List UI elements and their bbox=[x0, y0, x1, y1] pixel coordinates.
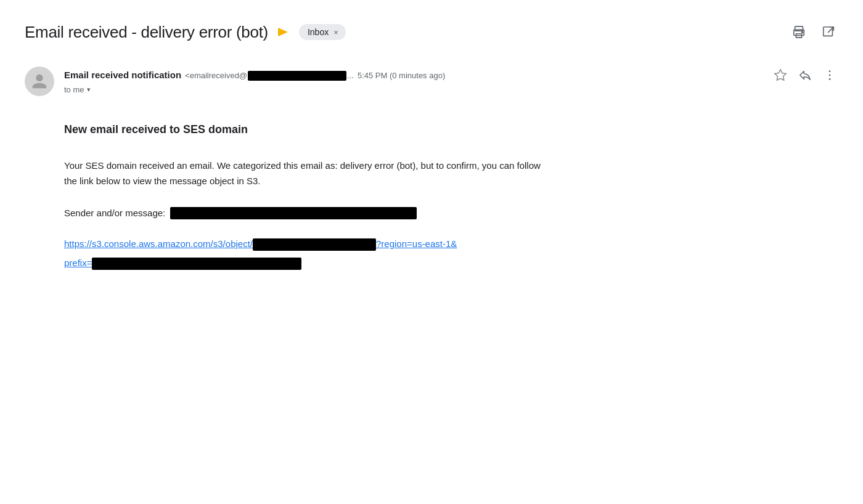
header-actions bbox=[789, 22, 838, 42]
more-options-button[interactable] bbox=[821, 67, 838, 84]
sender-name: Email received notification bbox=[64, 70, 181, 80]
reply-icon bbox=[798, 68, 812, 82]
inbox-badge[interactable]: Inbox × bbox=[299, 24, 346, 40]
star-button[interactable] bbox=[772, 67, 789, 84]
aws-s3-prefix-link[interactable]: prefix= bbox=[64, 258, 301, 268]
svg-point-4 bbox=[802, 32, 803, 33]
email-timestamp: 5:45 PM (0 minutes ago) bbox=[358, 71, 445, 80]
to-me-label: to me bbox=[64, 85, 84, 94]
sender-label: Sender and/or message: bbox=[64, 206, 165, 221]
redacted-prefix-value bbox=[92, 258, 301, 270]
aws-s3-link[interactable]: https://s3.console.aws.amazon.com/s3/obj… bbox=[64, 238, 457, 249]
forward-arrow-icon bbox=[277, 25, 290, 39]
sender-info: Email received notification <emailreceiv… bbox=[64, 67, 838, 94]
svg-point-12 bbox=[829, 78, 831, 80]
sender-name-row: Email received notification <emailreceiv… bbox=[64, 67, 838, 84]
email-body-paragraph: Your SES domain received an email. We ca… bbox=[64, 158, 555, 189]
person-icon bbox=[31, 73, 48, 90]
svg-point-10 bbox=[829, 70, 831, 72]
aws-link-block: https://s3.console.aws.amazon.com/s3/obj… bbox=[64, 235, 555, 271]
svg-marker-9 bbox=[775, 70, 786, 80]
svg-marker-0 bbox=[278, 28, 288, 36]
print-icon bbox=[792, 25, 806, 39]
email-body: New email received to SES domain Your SE… bbox=[25, 102, 555, 292]
sender-row: Email received notification <emailreceiv… bbox=[25, 54, 838, 102]
open-external-button[interactable] bbox=[819, 22, 838, 42]
redacted-s3-bucket bbox=[253, 238, 376, 251]
email-header: Email received - delivery error (bot) In… bbox=[25, 12, 838, 54]
aws-link-line-1: https://s3.console.aws.amazon.com/s3/obj… bbox=[64, 235, 555, 252]
inbox-label: Inbox bbox=[308, 27, 329, 37]
reply-button[interactable] bbox=[796, 67, 814, 84]
to-me-row[interactable]: to me ▾ bbox=[64, 85, 838, 94]
svg-rect-5 bbox=[824, 27, 833, 36]
redacted-sender-value bbox=[170, 207, 417, 219]
chevron-down-icon: ▾ bbox=[87, 86, 91, 94]
sender-message-line: Sender and/or message: bbox=[64, 206, 555, 221]
open-external-icon bbox=[822, 25, 835, 39]
svg-point-11 bbox=[829, 75, 831, 76]
more-options-icon bbox=[823, 68, 836, 82]
email-subject: Email received - delivery error (bot) bbox=[25, 23, 268, 42]
avatar bbox=[25, 67, 54, 96]
inbox-close-button[interactable]: × bbox=[333, 28, 338, 37]
aws-link-line-2: prefix= bbox=[64, 254, 555, 271]
email-body-headline: New email received to SES domain bbox=[64, 121, 555, 139]
email-title-group: Email received - delivery error (bot) In… bbox=[25, 23, 346, 42]
sender-name-email-group: Email received notification <emailreceiv… bbox=[64, 70, 445, 81]
email-container: Email received - delivery error (bot) In… bbox=[0, 0, 863, 304]
sender-actions bbox=[772, 67, 838, 84]
print-button[interactable] bbox=[789, 22, 809, 42]
sender-email: <emailreceived@... bbox=[185, 71, 354, 81]
star-icon bbox=[774, 68, 787, 82]
redacted-email-domain bbox=[248, 71, 346, 81]
